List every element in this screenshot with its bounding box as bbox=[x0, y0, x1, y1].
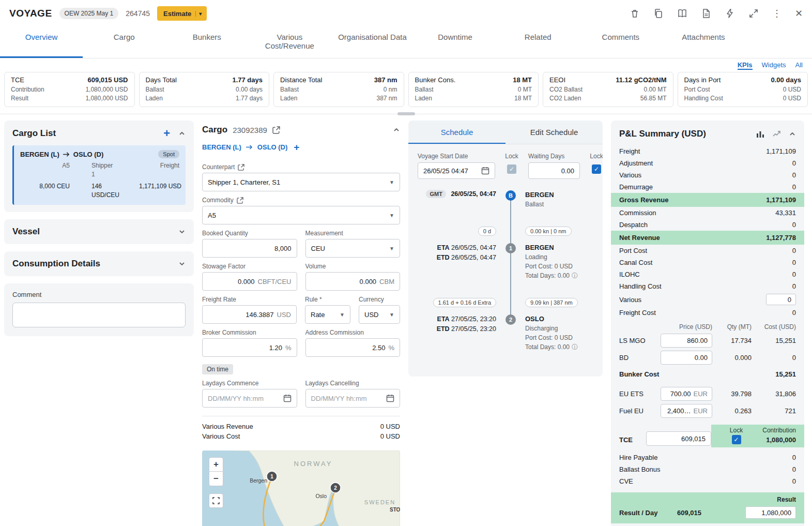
lsmgo-price-input[interactable]: 860.00 bbox=[661, 334, 712, 348]
map-marker-2[interactable]: 2 bbox=[334, 485, 337, 491]
chevron-up-icon[interactable] bbox=[178, 130, 186, 137]
broker-commission-input[interactable]: 1.20% bbox=[202, 338, 297, 357]
kpi-sub-label: Port Cost bbox=[684, 85, 710, 94]
pnl-row-label: Canal Cost bbox=[619, 258, 652, 267]
waiting-days-input[interactable]: 0.00 bbox=[528, 162, 580, 179]
tab-downtime[interactable]: Downtime bbox=[414, 27, 497, 58]
info-icon[interactable]: ⓘ bbox=[572, 272, 578, 279]
booked-quantity-input[interactable]: 8,000 bbox=[202, 239, 297, 258]
tab-related[interactable]: Related bbox=[497, 27, 579, 58]
tab-cargo[interactable]: Cargo bbox=[83, 27, 165, 58]
calendar-icon[interactable] bbox=[386, 394, 394, 402]
laydays-cancelling-input[interactable]: DD/MM/YY hh:mm bbox=[305, 389, 401, 408]
expand-icon[interactable] bbox=[748, 8, 759, 19]
map-marker-1[interactable]: 1 bbox=[270, 474, 273, 479]
open-cargo-external-icon[interactable] bbox=[272, 126, 280, 134]
add-cargo-icon[interactable]: + bbox=[163, 128, 170, 139]
info-icon[interactable]: ⓘ bbox=[572, 343, 578, 351]
kpi-strip: TCE609,015 USD Contribution1,080,000 USD… bbox=[0, 71, 812, 110]
pdf-export-icon[interactable] bbox=[701, 8, 711, 19]
cargo-commodity: A5 bbox=[20, 161, 77, 179]
view-link-all[interactable]: All bbox=[795, 61, 803, 70]
stop-port-cost: Port Cost: 0 USD bbox=[525, 262, 593, 271]
fuel-eu-price-input[interactable]: 2,400…EUR bbox=[661, 404, 712, 418]
flash-icon[interactable] bbox=[725, 8, 735, 19]
trend-chart-icon[interactable] bbox=[772, 129, 782, 139]
various-cost-input[interactable]: 0 bbox=[766, 294, 796, 305]
result-total-input[interactable]: 1,080,000 bbox=[745, 506, 796, 519]
kpi-value: 0.00 days bbox=[771, 76, 801, 84]
tab-attachments[interactable]: Attachments bbox=[662, 27, 745, 58]
counterpart-select[interactable]: Shipper 1, Charterer, S1 ▼ bbox=[202, 173, 400, 191]
tab-organisational-data[interactable]: Organisational Data bbox=[331, 27, 413, 58]
cargo-route-to: OSLO (D) bbox=[73, 151, 104, 158]
copy-icon[interactable] bbox=[653, 8, 664, 19]
estimate-dropdown-caret[interactable]: ▾ bbox=[195, 11, 205, 17]
port-link-oslo[interactable]: OSLO (D) bbox=[257, 143, 288, 151]
delete-icon[interactable] bbox=[630, 8, 640, 19]
volume-input[interactable]: 0.000CBM bbox=[305, 272, 401, 291]
counterpart-external-icon[interactable] bbox=[238, 164, 244, 171]
cargo-route-from: BERGEN (L) bbox=[20, 151, 59, 158]
map-zoom-out-button[interactable]: − bbox=[209, 472, 223, 486]
route-map[interactable]: NORWAY SWEDEN STOC North Bergen Oslo 1 2… bbox=[202, 450, 400, 526]
measurement-value: CEU bbox=[311, 245, 390, 252]
kpi-sub-label: Ballast bbox=[146, 85, 164, 94]
comment-input[interactable] bbox=[12, 303, 186, 327]
more-menu-icon[interactable]: ⋮ bbox=[772, 9, 782, 18]
bar-chart-icon[interactable] bbox=[756, 129, 765, 139]
view-link-kpis[interactable]: KPIs bbox=[738, 61, 753, 70]
eu-ets-price-input[interactable]: 700.00EUR bbox=[661, 387, 712, 401]
estimate-button[interactable]: Estimate ▾ bbox=[157, 6, 207, 21]
bunker-fuel-label: LS MGO bbox=[619, 337, 655, 344]
consumption-details-panel[interactable]: Consumption Details bbox=[4, 251, 194, 276]
commodity-select[interactable]: A5 ▼ bbox=[202, 206, 400, 224]
comment-label: Comment bbox=[12, 291, 186, 298]
voyage-start-date-input[interactable]: 26/05/25 04:47 bbox=[418, 162, 495, 179]
voyage-start-lock-checkbox[interactable]: ✓ bbox=[507, 164, 516, 174]
leg-duration-badge: 0 d bbox=[478, 227, 496, 236]
vessel-panel[interactable]: Vessel bbox=[4, 219, 194, 244]
resize-handle[interactable] bbox=[397, 112, 415, 115]
cargo-rate: 146 USD/CEU bbox=[77, 182, 119, 200]
pnl-row-value: 0 bbox=[792, 258, 796, 267]
close-icon[interactable]: ✕ bbox=[795, 9, 803, 18]
address-commission-input[interactable]: 2.50% bbox=[305, 338, 401, 357]
add-port-icon[interactable]: + bbox=[294, 142, 299, 152]
tab-various-cost-revenue[interactable]: Various Cost/Revenue bbox=[248, 27, 331, 58]
view-link-widgets[interactable]: Widgets bbox=[762, 61, 786, 70]
tab-edit-schedule[interactable]: Edit Schedule bbox=[505, 121, 603, 144]
map-zoom-in-button[interactable]: + bbox=[209, 457, 223, 472]
calendar-icon[interactable] bbox=[481, 167, 489, 175]
port-link-bergen[interactable]: BERGEN (L) bbox=[202, 143, 241, 151]
chevron-down-icon[interactable] bbox=[178, 260, 186, 267]
tab-comments[interactable]: Comments bbox=[579, 27, 662, 58]
currency-select[interactable]: USD ▼ bbox=[359, 305, 400, 324]
bunker-cost-value: 0 bbox=[757, 354, 796, 362]
tce-input[interactable]: 609,015 bbox=[646, 431, 711, 446]
commodity-external-icon[interactable] bbox=[237, 197, 243, 204]
tab-schedule-view[interactable]: Schedule bbox=[408, 121, 505, 144]
timeline-marker-1[interactable]: 1 bbox=[505, 243, 516, 253]
map-fullscreen-button[interactable] bbox=[209, 493, 223, 508]
chevron-down-icon[interactable] bbox=[178, 228, 186, 235]
tce-lock-checkbox[interactable]: ✓ bbox=[732, 435, 741, 444]
timeline-marker-ballast[interactable]: B bbox=[505, 190, 516, 201]
chevron-up-icon[interactable] bbox=[393, 126, 400, 133]
stowage-factor-input[interactable]: 0.000CBFT/CEU bbox=[202, 272, 297, 291]
tab-overview[interactable]: Overview bbox=[0, 27, 83, 58]
freight-rate-input[interactable]: 146.3887USD bbox=[202, 305, 297, 324]
rule-select[interactable]: Rate ▼ bbox=[305, 305, 350, 324]
waiting-days-lock-checkbox[interactable]: ✓ bbox=[592, 164, 601, 174]
timeline-marker-2[interactable]: 2 bbox=[505, 314, 516, 325]
cargo-list-item[interactable]: BERGEN (L) OSLO (D) Spot A5 Shipper 1 Fr… bbox=[12, 145, 186, 205]
measurement-select[interactable]: CEU ▼ bbox=[305, 239, 401, 258]
tab-bunkers[interactable]: Bunkers bbox=[165, 27, 248, 58]
chevron-up-icon[interactable] bbox=[789, 130, 796, 138]
stop-total-days: Total Days: 0.00 bbox=[525, 343, 570, 351]
report-book-icon[interactable] bbox=[677, 8, 687, 19]
bunker-fuel-label: BD bbox=[619, 354, 655, 362]
bd-price-input[interactable]: 0.00 bbox=[661, 351, 712, 365]
calendar-icon[interactable] bbox=[283, 394, 292, 402]
laydays-commence-input[interactable]: DD/MM/YY hh:mm bbox=[202, 389, 297, 408]
